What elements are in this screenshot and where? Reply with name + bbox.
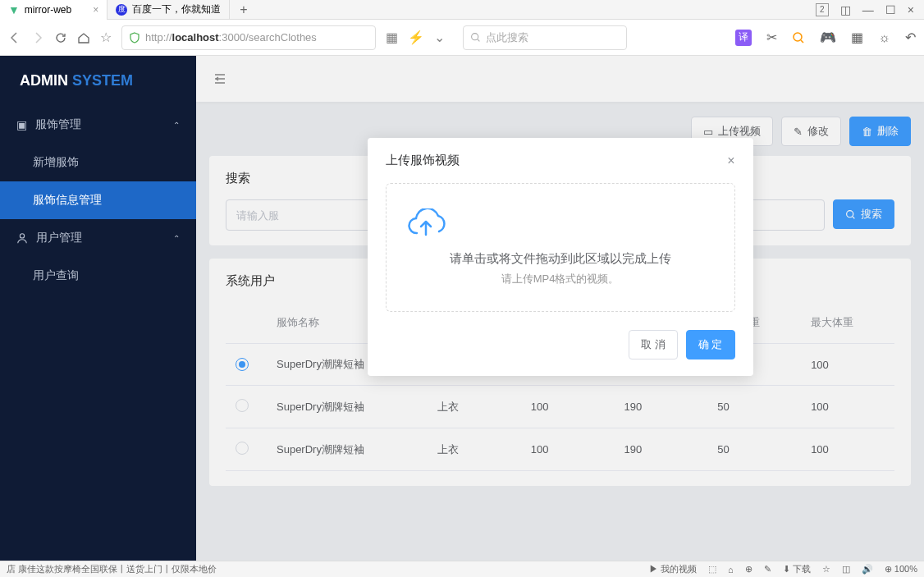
vue-icon: ▼ — [8, 3, 20, 16]
browser-tab-2[interactable]: 度 百度一下，你就知道 — [107, 0, 230, 20]
sun-icon[interactable]: ☼ — [878, 30, 890, 45]
main-content: ▭ 上传视频 ✎ 修改 🗑 删除 搜索 搜索 — [196, 56, 924, 577]
qr-icon[interactable]: ▦ — [386, 30, 398, 45]
sidebar-item-label: 服饰管理 — [35, 117, 81, 132]
status-icon[interactable]: ✎ — [764, 564, 771, 575]
sidebar-item-label: 用户管理 — [36, 231, 82, 245]
sidebar-item-clothes[interactable]: ▣ 服饰管理 ⌃ — [0, 106, 196, 144]
confirm-button[interactable]: 确 定 — [686, 330, 735, 359]
sidebar: ADMIN SYSTEM ▣ 服饰管理 ⌃ 新增服饰 服饰信息管理 用户管理 ⌃… — [0, 56, 196, 577]
search-icon — [470, 32, 481, 43]
url-bar[interactable]: http://localhost:3000/searchClothes — [121, 25, 376, 50]
status-icon[interactable]: ⬚ — [708, 564, 716, 575]
modal-title: 上传服饰视频 — [386, 153, 460, 168]
bolt-icon[interactable]: ⚡ — [408, 30, 424, 45]
upload-text: 请单击或将文件拖动到此区域以完成上传 — [403, 251, 718, 267]
status-icon[interactable]: ☆ — [822, 564, 830, 575]
status-icon[interactable]: ◫ — [842, 564, 850, 575]
sidebar-item-clothes-add[interactable]: 新增服饰 — [0, 144, 196, 181]
scissors-icon[interactable]: ✂ — [766, 30, 777, 45]
user-icon — [16, 232, 28, 244]
new-tab-button[interactable]: + — [230, 2, 257, 17]
sidebar-item-label: 用户查询 — [33, 268, 79, 283]
status-zoom[interactable]: ⊕ 100% — [885, 564, 917, 575]
chevron-up-icon: ⌃ — [173, 121, 180, 130]
status-video[interactable]: ▶ 我的视频 — [649, 563, 697, 575]
baidu-icon: 度 — [116, 4, 127, 16]
close-window-icon[interactable]: × — [908, 3, 914, 16]
upload-hint: 请上传MP4格式的视频。 — [403, 272, 718, 286]
browser-toolbar: ☆ http://localhost:3000/searchClothes ▦ … — [0, 20, 924, 56]
svg-point-2 — [20, 234, 24, 238]
gamepad-icon[interactable]: 🎮 — [820, 30, 836, 45]
tab-title: mirror-web — [25, 4, 71, 16]
cancel-button[interactable]: 取 消 — [629, 330, 678, 359]
search-placeholder: 点此搜索 — [486, 30, 528, 45]
modal-close-button[interactable]: × — [727, 153, 734, 168]
close-icon[interactable]: × — [93, 4, 98, 16]
chevron-up-icon: ⌃ — [173, 234, 180, 243]
sidebar-item-label: 新增服饰 — [33, 155, 79, 170]
undo-icon[interactable]: ↶ — [905, 30, 916, 45]
browser-tab-1[interactable]: ▼ mirror-web × — [0, 0, 107, 20]
status-left: 店 康佳这款按摩椅全国联保丨送货上门丨仅限本地价 — [7, 563, 217, 575]
browser-tab-strip: ▼ mirror-web × 度 百度一下，你就知道 + 2 ◫ — ☐ × — [0, 0, 924, 20]
gallery-icon: ▣ — [16, 118, 27, 131]
status-download[interactable]: ⬇ 下载 — [783, 563, 811, 575]
minimize-icon[interactable]: — — [862, 3, 874, 16]
svg-point-0 — [472, 34, 478, 40]
cloud-upload-icon — [403, 208, 718, 241]
forward-button[interactable] — [31, 31, 44, 44]
sidebar-item-users-query[interactable]: 用户查询 — [0, 257, 196, 295]
counter-badge[interactable]: 2 — [816, 3, 829, 16]
bookmark-icon[interactable]: ◫ — [840, 3, 851, 16]
sidebar-item-label: 服饰信息管理 — [33, 193, 102, 208]
modal-overlay[interactable]: 上传服饰视频 × 请单击或将文件拖动到此区域以完成上传 请上传MP4格式的视频。… — [196, 56, 924, 577]
tab-title: 百度一下，你就知道 — [132, 2, 221, 16]
sidebar-item-clothes-info[interactable]: 服饰信息管理 — [0, 181, 196, 219]
shield-icon — [129, 32, 140, 44]
logo: ADMIN SYSTEM — [0, 56, 196, 106]
upload-dropzone[interactable]: 请单击或将文件拖动到此区域以完成上传 请上传MP4格式的视频。 — [386, 183, 735, 312]
upload-modal: 上传服饰视频 × 请单击或将文件拖动到此区域以完成上传 请上传MP4格式的视频。… — [368, 138, 753, 376]
status-icon[interactable]: 🔊 — [862, 564, 873, 575]
browser-search[interactable]: 点此搜索 — [463, 25, 627, 50]
maximize-icon[interactable]: ☐ — [885, 3, 896, 16]
url-text: http://localhost:3000/searchClothes — [145, 31, 317, 44]
back-button[interactable] — [8, 31, 21, 44]
sidebar-item-users[interactable]: 用户管理 ⌃ — [0, 219, 196, 257]
home-button[interactable] — [77, 31, 90, 44]
svg-point-1 — [794, 33, 802, 41]
status-bar: 店 康佳这款按摩椅全国联保丨送货上门丨仅限本地价 ▶ 我的视频 ⬚ ⌂ ⊕ ✎ … — [0, 561, 924, 577]
apps-icon[interactable]: ▦ — [851, 30, 863, 45]
star-icon[interactable]: ☆ — [100, 30, 112, 45]
translate-icon[interactable]: 译 — [735, 30, 752, 46]
reload-button[interactable] — [54, 31, 67, 44]
chevron-down-icon[interactable]: ⌄ — [434, 30, 445, 45]
magnify-icon[interactable] — [792, 31, 805, 44]
status-icon[interactable]: ⌂ — [728, 565, 734, 575]
status-icon[interactable]: ⊕ — [745, 564, 752, 575]
